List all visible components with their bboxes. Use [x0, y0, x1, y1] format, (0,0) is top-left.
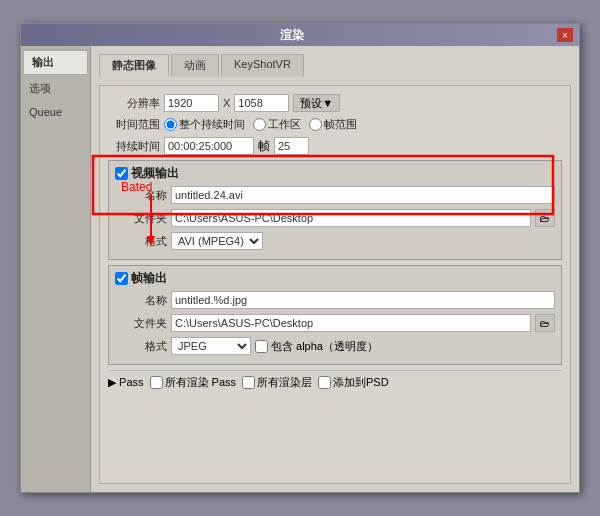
x-separator: X: [223, 97, 230, 109]
right-panel: 静态图像 动画 KeyShotVR 分辨率 X 预设: [91, 46, 579, 492]
tab-static-image[interactable]: 静态图像: [99, 54, 169, 77]
folder-icon-2: 🗁: [540, 318, 550, 329]
sidebar-item-queue[interactable]: Queue: [21, 102, 90, 122]
video-name-input[interactable]: [171, 186, 555, 204]
duration-row: 持续时间 帧: [108, 137, 562, 155]
frame-folder-row: 文件夹 🗁: [115, 314, 555, 332]
frame-folder-label: 文件夹: [115, 316, 167, 331]
all-layers-label[interactable]: 所有渲染层: [242, 375, 312, 390]
video-name-label: 名称: [115, 188, 167, 203]
all-layers-checkbox[interactable]: [242, 376, 255, 389]
preset-button[interactable]: 预设 ▼: [293, 94, 340, 112]
duration-input[interactable]: [164, 137, 254, 155]
video-output-title: 视频输出: [115, 165, 555, 182]
frame-output-title: 帧输出: [115, 270, 555, 287]
video-output-checkbox-label[interactable]: 视频输出: [115, 165, 179, 182]
alpha-checkbox-label[interactable]: 包含 alpha（透明度）: [255, 339, 378, 354]
all-render-passes-checkbox[interactable]: [150, 376, 163, 389]
frame-folder-browse-button[interactable]: 🗁: [535, 314, 555, 332]
entire-duration-label: 整个持续时间: [179, 117, 245, 132]
title-bar: 渲染 ×: [21, 24, 579, 46]
pass-expand-label[interactable]: ▶ Pass: [108, 376, 144, 389]
frames-label: 帧: [258, 138, 270, 155]
folder-icon: 🗁: [540, 213, 550, 224]
frame-format-select[interactable]: JPEG: [171, 337, 251, 355]
resolution-width-input[interactable]: [164, 94, 219, 112]
video-folder-label: 文件夹: [115, 211, 167, 226]
radio-entire-duration[interactable]: 整个持续时间: [164, 117, 245, 132]
video-output-section: 视频输出 名称 文件夹 🗁 格式: [108, 160, 562, 260]
video-format-label: 格式: [115, 234, 167, 249]
all-render-passes-label[interactable]: 所有渲染 Pass: [150, 375, 237, 390]
resolution-label: 分辨率: [108, 96, 160, 111]
video-format-select[interactable]: AVI (MPEG4): [171, 232, 263, 250]
left-panel: 输出 选项 Queue: [21, 46, 91, 492]
video-output-checkbox[interactable]: [115, 167, 128, 180]
radio-frame-range[interactable]: 帧范围: [309, 117, 357, 132]
time-range-label: 时间范围: [108, 117, 160, 132]
video-name-row: 名称: [115, 186, 555, 204]
video-format-row: 格式 AVI (MPEG4): [115, 232, 555, 250]
work-area-label: 工作区: [268, 117, 301, 132]
dialog-title: 渲染: [27, 27, 557, 44]
frame-format-label: 格式: [115, 339, 167, 354]
top-tabs: 静态图像 动画 KeyShotVR: [99, 54, 571, 77]
sidebar-item-options[interactable]: 选项: [21, 77, 90, 100]
tab-keyshotvr[interactable]: KeyShotVR: [221, 54, 304, 77]
frame-output-checkbox[interactable]: [115, 272, 128, 285]
dialog-window: 渲染 × 输出 选项 Queue 静态图像 动画: [20, 23, 580, 493]
dialog-body: 输出 选项 Queue 静态图像 动画 KeyShotVR: [21, 46, 579, 492]
frames-input[interactable]: [274, 137, 309, 155]
video-folder-browse-button[interactable]: 🗁: [535, 209, 555, 227]
time-range-options: 整个持续时间 工作区 帧范围: [164, 117, 357, 132]
content-area: 分辨率 X 预设 ▼ 时间范围 整个持续时间: [99, 85, 571, 484]
video-folder-input[interactable]: [171, 209, 531, 227]
tab-animation[interactable]: 动画: [171, 54, 219, 77]
close-button[interactable]: ×: [557, 28, 573, 42]
add-psd-checkbox[interactable]: [318, 376, 331, 389]
frame-folder-input[interactable]: [171, 314, 531, 332]
radio-work-area[interactable]: 工作区: [253, 117, 301, 132]
frame-output-checkbox-label[interactable]: 帧输出: [115, 270, 167, 287]
sidebar-item-output[interactable]: 输出: [23, 50, 88, 75]
frame-name-label: 名称: [115, 293, 167, 308]
frame-range-label: 帧范围: [324, 117, 357, 132]
alpha-checkbox[interactable]: [255, 340, 268, 353]
time-range-row: 时间范围 整个持续时间 工作区 帧范围: [108, 117, 562, 132]
duration-label: 持续时间: [108, 139, 160, 154]
add-psd-label[interactable]: 添加到PSD: [318, 375, 389, 390]
frame-name-row: 名称: [115, 291, 555, 309]
frame-output-section: 帧输出 名称 文件夹 🗁 格式: [108, 265, 562, 365]
resolution-row: 分辨率 X 预设 ▼: [108, 94, 562, 112]
resolution-height-input[interactable]: [234, 94, 289, 112]
frame-format-row: 格式 JPEG 包含 alpha（透明度）: [115, 337, 555, 355]
video-folder-row: 文件夹 🗁: [115, 209, 555, 227]
pass-row: ▶ Pass 所有渲染 Pass 所有渲染层 添加到PSD: [108, 370, 562, 390]
frame-name-input[interactable]: [171, 291, 555, 309]
